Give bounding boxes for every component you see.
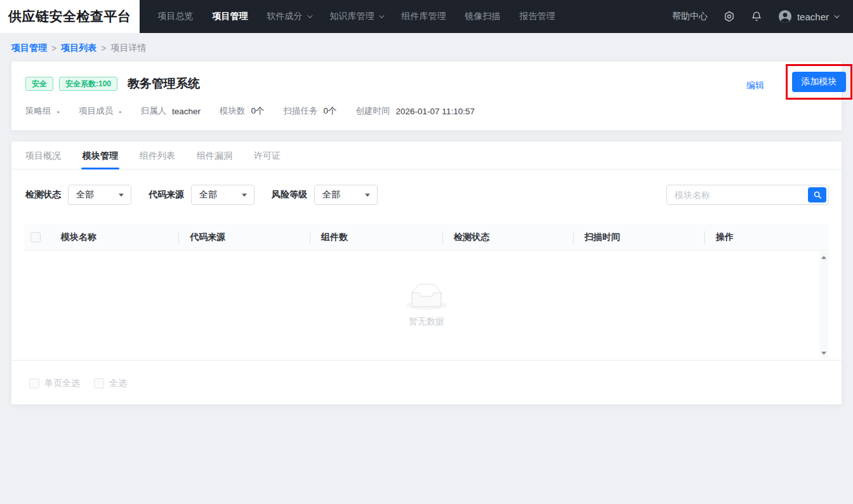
info-module-count: 模块数 0个 [220, 105, 265, 117]
filter-detection-status: 检测状态 全部 [25, 185, 131, 205]
tab-module-management[interactable]: 模块管理 [83, 142, 118, 169]
nav-item-software-composition[interactable]: 软件成分 [267, 11, 311, 22]
security-score-badge: 安全系数:100 [59, 77, 117, 91]
select-page-checkbox[interactable] [29, 378, 39, 388]
bell-icon[interactable] [751, 11, 762, 22]
breadcrumb-separator: > [101, 43, 106, 53]
module-management-card: 项目概况 模块管理 组件列表 组件漏洞 许可证 检测状态 全部 代码来源 全部 … [11, 142, 842, 404]
nav-item-project-management[interactable]: 项目管理 [213, 11, 248, 22]
empty-state: 暂无数据 [24, 251, 829, 360]
tab-project-overview[interactable]: 项目概况 [25, 142, 61, 169]
edit-button[interactable]: 编辑 [746, 80, 764, 91]
breadcrumb-project-management[interactable]: 项目管理 [11, 43, 47, 54]
table-footer: 单页全选 全选 [11, 360, 842, 404]
table-footer-wrap: 单页全选 全选 [11, 360, 842, 404]
project-title-row: 安全 安全系数:100 教务管理系统 [25, 76, 828, 92]
nav-item-report-management[interactable]: 报告管理 [520, 11, 555, 22]
select-all-pages-checkbox[interactable] [94, 378, 104, 388]
caret-down-icon [242, 194, 247, 197]
tab-bar: 项目概况 模块管理 组件列表 组件漏洞 许可证 [11, 142, 842, 169]
search-input[interactable] [675, 186, 789, 204]
breadcrumb-project-list[interactable]: 项目列表 [61, 43, 96, 54]
breadcrumb-project-detail: 项目详情 [110, 43, 146, 54]
code-source-select[interactable]: 全部 [191, 185, 255, 205]
column-header-code-source: 代码来源 [178, 232, 310, 243]
filter-risk-level: 风险等级 全部 [272, 185, 378, 205]
caret-down-icon [119, 194, 124, 197]
info-scan-tasks: 扫描任务 0个 [284, 105, 337, 117]
nav-item-component-library[interactable]: 组件库管理 [402, 11, 446, 22]
table-scrollbar[interactable] [819, 252, 828, 359]
nav-item-knowledge-base[interactable]: 知识库管理 [330, 11, 383, 22]
detection-status-select[interactable]: 全部 [68, 185, 131, 205]
table-header-row: 模块名称 代码来源 组件数 检测状态 扫描时间 操作 [24, 224, 829, 251]
project-info-row: 策略组 - 项目成员 - 归属人 teacher 模块数 0个 扫描任务 0个 … [25, 105, 828, 117]
empty-state-text: 暂无数据 [409, 316, 444, 328]
add-module-button[interactable]: 添加模块 [792, 72, 846, 92]
top-navbar: 供应链安全检查平台 项目总览 项目管理 软件成分 知识库管理 组件库管理 镜像扫… [0, 0, 853, 33]
select-all-checkbox[interactable] [30, 232, 41, 242]
select-all-control: 全选 [94, 378, 127, 389]
help-center-link[interactable]: 帮助中心 [672, 11, 708, 22]
module-search-box [666, 185, 829, 205]
breadcrumb-separator: > [51, 43, 56, 53]
annotation-highlight-box: 添加模块 [786, 64, 852, 100]
module-table: 模块名称 代码来源 组件数 检测状态 扫描时间 操作 [24, 224, 829, 404]
filter-code-source: 代码来源 全部 [149, 185, 255, 205]
info-created-time: 创建时间 2026-01-07 11:10:57 [356, 105, 475, 117]
info-owner: 归属人 teacher [141, 105, 201, 117]
page-title: 教务管理系统 [128, 76, 200, 92]
column-header-module-name: 模块名称 [50, 232, 178, 243]
select-all-label: 全选 [109, 378, 127, 389]
select-page-label: 单页全选 [44, 378, 80, 389]
column-header-actions: 操作 [704, 232, 829, 243]
breadcrumb: 项目管理 > 项目列表 > 项目详情 [0, 33, 853, 62]
scroll-up-arrow-icon[interactable] [821, 256, 826, 259]
nav-item-project-overview[interactable]: 项目总览 [158, 11, 194, 22]
chevron-down-icon [379, 13, 384, 18]
app-logo: 供应链安全检查平台 [0, 0, 140, 33]
nav-menu: 项目总览 项目管理 软件成分 知识库管理 组件库管理 镜像扫描 报告管理 [149, 11, 565, 22]
chevron-down-icon [834, 13, 839, 18]
scroll-down-arrow-icon[interactable] [821, 352, 826, 355]
caret-down-icon [365, 194, 370, 197]
search-icon [813, 190, 822, 199]
avatar [778, 10, 792, 23]
tab-licenses[interactable]: 许可证 [254, 142, 281, 169]
select-page-control: 单页全选 [29, 378, 80, 389]
info-policy-group: 策略组 - [25, 105, 60, 117]
table-body: 暂无数据 [24, 251, 829, 360]
filter-row: 检测状态 全部 代码来源 全部 风险等级 全部 [11, 169, 842, 224]
info-project-members: 项目成员 - [79, 105, 122, 117]
settings-icon[interactable] [724, 11, 735, 22]
username: teacher [797, 11, 829, 22]
empty-box-icon [406, 284, 447, 310]
user-menu[interactable]: teacher [778, 10, 838, 23]
search-button[interactable] [808, 187, 826, 202]
chevron-down-icon [307, 13, 312, 18]
project-header-card: 安全 安全系数:100 教务管理系统 编辑 添加模块 策略组 - 项目成员 - … [11, 62, 842, 130]
column-header-component-count: 组件数 [310, 232, 442, 243]
nav-right-area: 帮助中心 teacher [672, 10, 853, 23]
nav-item-image-scan[interactable]: 镜像扫描 [465, 11, 501, 22]
tab-component-vulnerabilities[interactable]: 组件漏洞 [197, 142, 232, 169]
column-header-scan-time: 扫描时间 [573, 232, 704, 243]
header-checkbox-cell [24, 232, 50, 242]
column-header-detection-status: 检测状态 [442, 232, 573, 243]
risk-level-select[interactable]: 全部 [314, 185, 378, 205]
tab-component-list[interactable]: 组件列表 [140, 142, 175, 169]
status-badge: 安全 [25, 77, 53, 91]
